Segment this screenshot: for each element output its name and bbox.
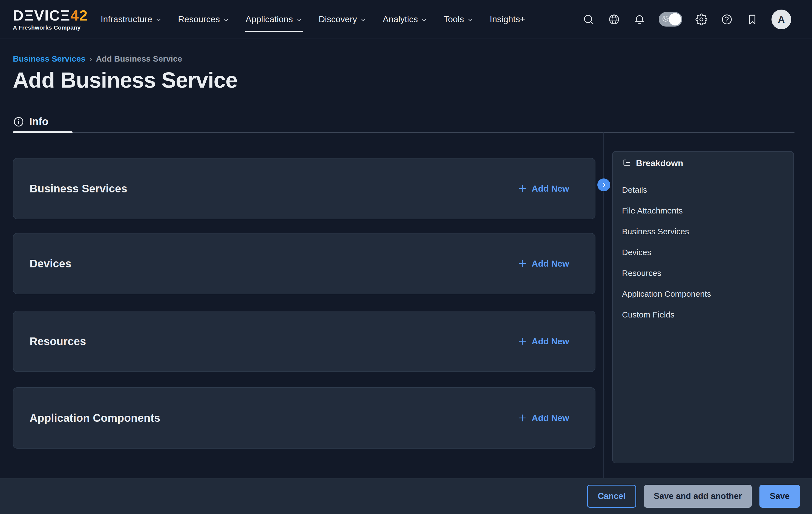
toggle-knob: [669, 13, 681, 26]
breadcrumb: Business Services › Add Business Service: [13, 54, 182, 63]
breakdown-list: Details File Attachments Business Servic…: [613, 175, 793, 330]
breakdown-item-devices[interactable]: Devices: [613, 242, 793, 263]
settings-button[interactable]: [695, 13, 708, 26]
chevron-down-icon: [296, 17, 303, 24]
section-title: Resources: [30, 335, 86, 347]
nav-item-discovery[interactable]: Discovery: [319, 0, 367, 38]
topbar-actions: A: [582, 9, 791, 29]
chevron-down-icon: [223, 17, 230, 24]
active-tab-underline: [13, 131, 72, 133]
add-new-application-component-button[interactable]: Add New: [517, 413, 569, 423]
plus-icon: [517, 259, 527, 269]
globe-icon: [608, 13, 620, 26]
help-icon: [721, 13, 733, 26]
nav-item-analytics[interactable]: Analytics: [383, 0, 428, 38]
chevron-down-icon: [155, 17, 162, 24]
tab-info[interactable]: Info: [13, 116, 49, 127]
breakdown-item-application-components[interactable]: Application Components: [613, 283, 793, 304]
nav-item-insights[interactable]: Insights+: [490, 0, 525, 38]
breakdown-item-custom-fields[interactable]: Custom Fields: [613, 304, 793, 325]
info-icon: [13, 116, 24, 127]
save-button[interactable]: Save: [759, 485, 800, 508]
add-new-business-service-button[interactable]: Add New: [517, 184, 569, 194]
breadcrumb-link-business-services[interactable]: Business Services: [13, 54, 85, 63]
chevron-right-icon: [600, 181, 608, 188]
section-card-business-services: Business Services Add New: [13, 158, 596, 219]
help-button[interactable]: [721, 13, 733, 26]
breakdown-panel: Breakdown Details File Attachments Busin…: [612, 151, 794, 463]
theme-toggle[interactable]: [659, 12, 682, 27]
save-and-add-another-button[interactable]: Save and add another: [644, 485, 752, 508]
main-content: Business Services › Add Business Service…: [0, 39, 812, 478]
plus-icon: [517, 336, 527, 346]
section-card-resources: Resources Add New: [13, 311, 596, 372]
moon-stars-icon: [661, 15, 669, 24]
hierarchy-icon: [622, 158, 631, 168]
bell-icon: [634, 13, 645, 26]
breadcrumb-current: Add Business Service: [96, 54, 182, 63]
nav-item-infrastructure[interactable]: Infrastructure: [101, 0, 162, 38]
page-title: Add Business Service: [13, 68, 237, 93]
top-navigation-bar: DΞVICΞ42 A Freshworks Company Infrastruc…: [0, 0, 812, 39]
device42-app: DΞVICΞ42 A Freshworks Company Infrastruc…: [0, 0, 812, 514]
logo-wordmark: DΞVICΞ42: [13, 8, 88, 23]
section-title: Business Services: [30, 183, 127, 195]
add-new-resource-button[interactable]: Add New: [517, 336, 569, 346]
footer-action-bar: Cancel Save and add another Save: [0, 478, 812, 514]
breakdown-item-business-services[interactable]: Business Services: [613, 221, 793, 242]
breakdown-title: Breakdown: [636, 158, 683, 168]
breakdown-item-file-attachments[interactable]: File Attachments: [613, 200, 793, 221]
avatar-initial: A: [778, 14, 785, 25]
main-nav: Infrastructure Resources Applications Di…: [101, 0, 525, 38]
gear-icon: [695, 13, 707, 26]
tab-info-label: Info: [29, 116, 49, 127]
search-button[interactable]: [582, 13, 595, 26]
nav-item-applications[interactable]: Applications: [245, 0, 303, 38]
add-new-device-button[interactable]: Add New: [517, 259, 569, 269]
bookmark-icon: [746, 13, 758, 26]
nav-item-tools[interactable]: Tools: [443, 0, 474, 38]
search-icon: [583, 13, 594, 26]
chevron-down-icon: [360, 17, 367, 24]
breadcrumb-separator: ›: [89, 54, 92, 63]
section-title: Devices: [30, 258, 71, 270]
breakdown-panel-header: Breakdown: [613, 152, 793, 175]
user-avatar[interactable]: A: [772, 9, 791, 29]
bookmarks-button[interactable]: [746, 13, 759, 26]
notifications-button[interactable]: [633, 13, 646, 26]
nav-item-resources[interactable]: Resources: [178, 0, 230, 38]
section-card-application-components: Application Components Add New: [13, 387, 596, 449]
chevron-down-icon: [420, 17, 428, 24]
breakdown-item-resources[interactable]: Resources: [613, 263, 793, 283]
logo-subtitle: A Freshworks Company: [13, 24, 88, 31]
device42-logo[interactable]: DΞVICΞ42 A Freshworks Company: [13, 8, 88, 31]
chevron-down-icon: [467, 17, 474, 24]
language-globe-button[interactable]: [608, 13, 620, 26]
plus-icon: [517, 413, 527, 423]
tab-strip-divider: [13, 132, 794, 133]
section-title: Application Components: [30, 412, 161, 424]
collapse-breakdown-panel-button[interactable]: [597, 178, 610, 191]
section-card-devices: Devices Add New: [13, 233, 596, 294]
breakdown-item-details[interactable]: Details: [613, 180, 793, 200]
plus-icon: [517, 184, 527, 193]
cancel-button[interactable]: Cancel: [587, 485, 636, 508]
